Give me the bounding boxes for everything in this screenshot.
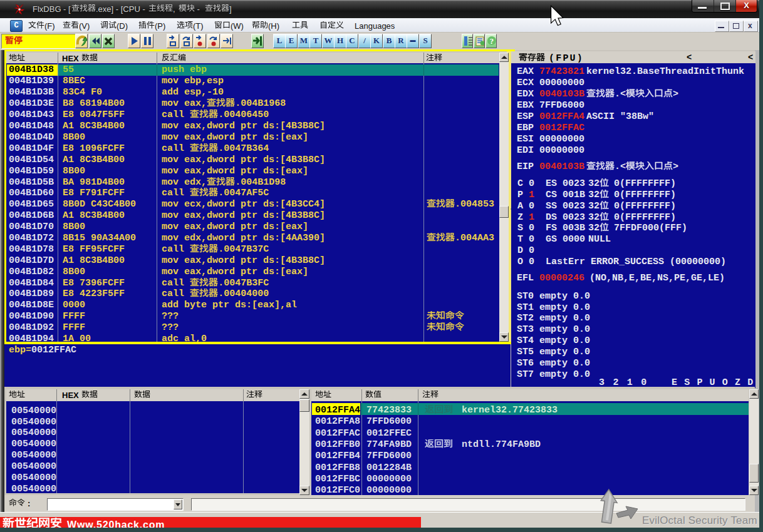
svg-text:?: ? bbox=[490, 36, 494, 46]
